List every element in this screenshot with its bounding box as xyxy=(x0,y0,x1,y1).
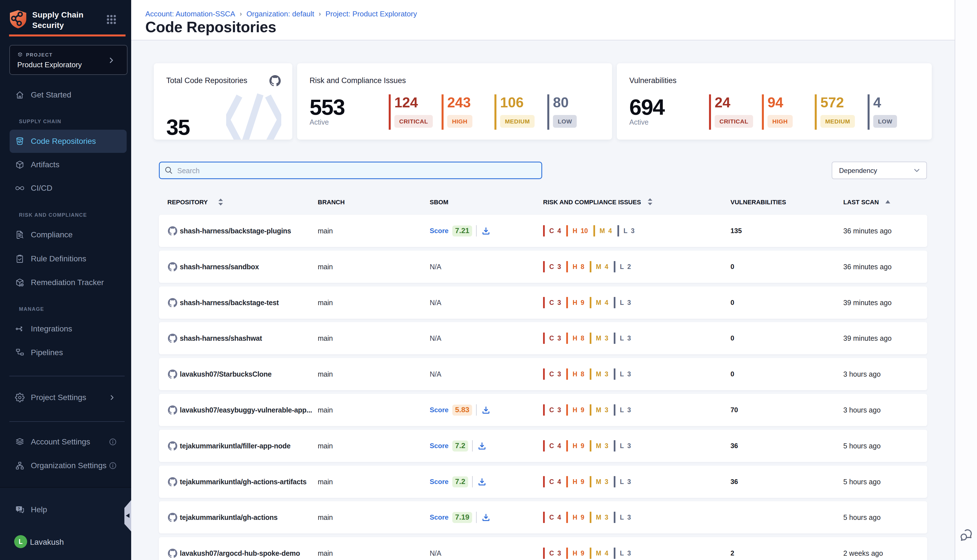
svg-text:?: ? xyxy=(18,507,20,511)
